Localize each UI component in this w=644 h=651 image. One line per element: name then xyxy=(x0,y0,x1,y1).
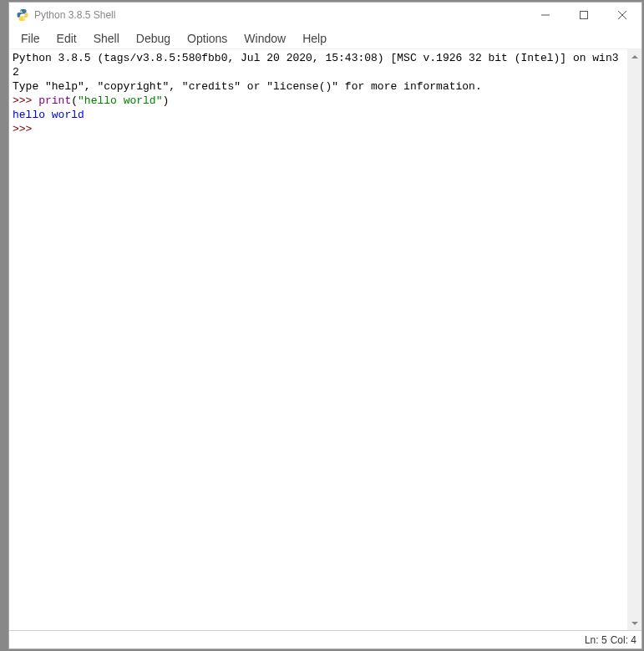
maximize-button[interactable] xyxy=(565,3,603,28)
shell-editor[interactable]: Python 3.8.5 (tags/v3.8.5:580fbb0, Jul 2… xyxy=(9,49,627,630)
banner-line: Python 3.8.5 (tags/v3.8.5:580fbb0, Jul 2… xyxy=(13,52,619,79)
editor-area: Python 3.8.5 (tags/v3.8.5:580fbb0, Jul 2… xyxy=(9,49,641,630)
menu-help[interactable]: Help xyxy=(294,30,335,47)
scroll-up-icon[interactable] xyxy=(627,49,641,64)
app-window: Python 3.8.5 Shell File Edit Shell Debug… xyxy=(8,2,642,649)
code-paren: ) xyxy=(162,94,169,107)
code-string: "hello world" xyxy=(78,94,162,107)
window-controls xyxy=(526,3,641,28)
status-col: Col: 4 xyxy=(611,634,636,646)
code-func: print xyxy=(38,94,71,107)
titlebar[interactable]: Python 3.8.5 Shell xyxy=(9,3,641,28)
window-title: Python 3.8.5 Shell xyxy=(34,9,526,21)
minimize-button[interactable] xyxy=(526,3,565,28)
scroll-track[interactable] xyxy=(627,64,641,616)
banner-line: Type "help", "copyright", "credits" or "… xyxy=(13,80,482,93)
close-button[interactable] xyxy=(603,3,641,28)
menu-edit[interactable]: Edit xyxy=(48,30,85,47)
statusbar: Ln: 5 Col: 4 xyxy=(9,630,641,648)
svg-rect-1 xyxy=(581,12,588,19)
prompt: >>> xyxy=(13,94,38,107)
menu-shell[interactable]: Shell xyxy=(85,30,128,47)
menu-debug[interactable]: Debug xyxy=(128,30,179,47)
vertical-scrollbar[interactable] xyxy=(627,49,641,630)
status-line: Ln: 5 xyxy=(585,634,607,646)
code-paren: ( xyxy=(71,94,78,107)
output-line: hello world xyxy=(13,109,84,121)
python-icon xyxy=(16,8,29,22)
scroll-down-icon[interactable] xyxy=(627,616,641,630)
menu-options[interactable]: Options xyxy=(179,30,236,47)
menu-window[interactable]: Window xyxy=(236,30,294,47)
prompt: >>> xyxy=(13,123,38,135)
menubar: File Edit Shell Debug Options Window Hel… xyxy=(9,28,641,49)
menu-file[interactable]: File xyxy=(13,30,48,47)
